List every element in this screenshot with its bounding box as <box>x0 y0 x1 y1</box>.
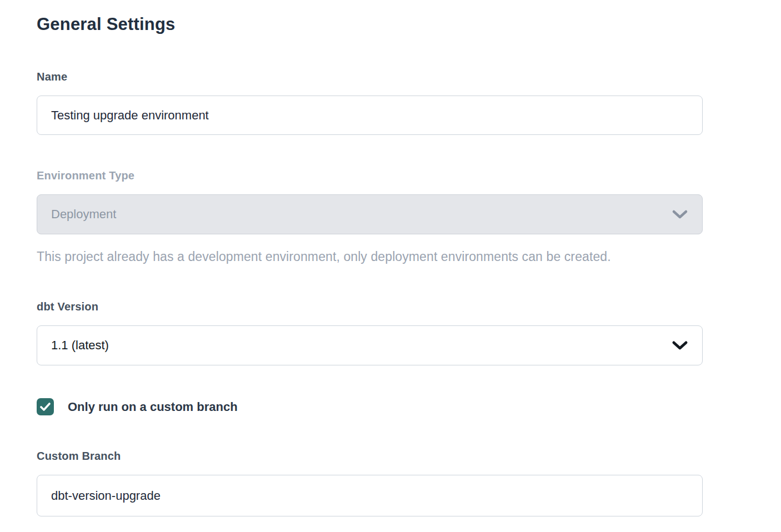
custom-branch-checkbox[interactable] <box>37 398 54 415</box>
dbt-version-label: dbt Version <box>37 300 703 313</box>
environment-type-value: Deployment <box>51 207 116 222</box>
dbt-version-field-group: dbt Version 1.1 (latest) <box>37 300 703 365</box>
custom-branch-field-group: Custom Branch <box>37 450 703 516</box>
name-field-group: Name <box>37 71 703 135</box>
name-label: Name <box>37 71 703 83</box>
custom-branch-input[interactable] <box>37 475 703 516</box>
chevron-down-icon <box>672 209 688 220</box>
environment-type-field-group: Environment Type Deployment This project… <box>37 169 703 264</box>
checkmark-icon <box>40 403 51 411</box>
environment-type-helper-text: This project already has a development e… <box>37 249 703 264</box>
general-settings-page: General Settings Name Environment Type D… <box>0 0 744 516</box>
chevron-down-icon <box>672 340 688 351</box>
custom-branch-toggle-row: Only run on a custom branch <box>37 398 744 415</box>
dbt-version-value: 1.1 (latest) <box>51 338 109 353</box>
dbt-version-select[interactable]: 1.1 (latest) <box>37 325 703 365</box>
environment-type-label: Environment Type <box>37 169 703 182</box>
name-input[interactable] <box>37 96 703 135</box>
custom-branch-checkbox-label[interactable]: Only run on a custom branch <box>68 400 238 414</box>
environment-type-select: Deployment <box>37 194 703 234</box>
page-title: General Settings <box>37 14 744 34</box>
custom-branch-label: Custom Branch <box>37 450 703 463</box>
